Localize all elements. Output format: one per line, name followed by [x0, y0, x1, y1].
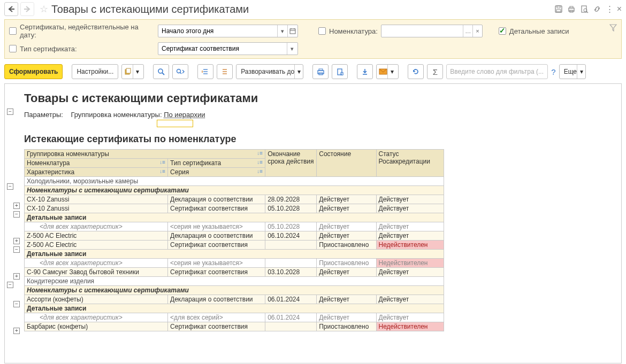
svg-rect-11 — [290, 29, 295, 34]
funnel-icon[interactable] — [609, 24, 617, 32]
date-filter-checkbox[interactable] — [9, 27, 17, 35]
data-row[interactable]: Ассорти (конфеты)Декларация о соответств… — [25, 295, 444, 304]
collapse-marker[interactable]: − — [7, 282, 13, 288]
more-label: Еще — [564, 68, 577, 75]
date-filter-value[interactable] — [158, 27, 277, 35]
report-subtitle: Истекающие сертификаты по номенклатуре — [24, 134, 606, 145]
details-checkbox[interactable] — [499, 27, 506, 35]
detail-row[interactable]: <для всех характеристик><серия не указыв… — [25, 258, 444, 267]
save-report-button[interactable] — [357, 64, 373, 79]
report-params: Параметры: Группировка номенклатуры: По … — [24, 111, 606, 127]
help-icon[interactable]: ? — [551, 67, 555, 76]
group-row[interactable]: Кондитерские изделия — [25, 276, 444, 285]
find-button[interactable] — [153, 64, 169, 79]
preview-icon[interactable] — [580, 5, 589, 13]
svg-line-20 — [180, 73, 182, 74]
filter-text-input[interactable]: Введите слово для фильтра (... — [446, 64, 548, 79]
data-row[interactable]: Барбарис (конфеты)Сертификат соответстви… — [25, 322, 444, 331]
nomen-filter-label: Номенклатура: — [329, 27, 378, 35]
find-next-button[interactable] — [172, 64, 188, 79]
detail-header: Детальные записи — [25, 304, 444, 313]
title-bar: ☆ Товары с истекающими сертификатами ⋮ × — [0, 0, 626, 18]
calendar-icon[interactable] — [287, 25, 297, 37]
cert-type-input[interactable]: ▾ — [158, 42, 298, 55]
details-label: Детальные записи — [509, 27, 569, 35]
page-setup-button[interactable] — [332, 64, 348, 79]
collapse-marker[interactable]: + — [13, 238, 20, 244]
print-button[interactable] — [312, 64, 329, 79]
date-filter-label: Сертификаты, недействительные на дату: — [20, 23, 155, 39]
form-button[interactable]: Сформировать — [4, 64, 63, 79]
detail-row[interactable]: <для всех характеристик><серия не указыв… — [25, 222, 444, 231]
collapse-marker[interactable]: − — [13, 246, 20, 253]
svg-rect-28 — [319, 69, 323, 71]
nomen-filter-value[interactable] — [381, 27, 463, 35]
section-row: Номенклатуры с истекающими сертификатами — [25, 185, 444, 195]
favorite-icon[interactable]: ☆ — [40, 3, 48, 15]
toolbar: Сформировать Настройки... ▾ Разворачиват… — [0, 62, 626, 83]
cert-type-label: Тип сертификата: — [20, 45, 155, 53]
save-icon[interactable] — [554, 5, 563, 13]
collapse-marker[interactable]: + — [13, 328, 20, 334]
svg-rect-16 — [126, 68, 131, 73]
svg-rect-30 — [338, 69, 342, 75]
collapse-marker[interactable]: − — [13, 301, 20, 307]
settings-menu-button[interactable]: ▾ — [121, 64, 144, 79]
report-area: − − + − + − + − − + Товары с истекающими… — [4, 83, 622, 363]
collapse-marker[interactable]: + — [13, 273, 20, 280]
report-title: Товары с истекающими сертификатами — [24, 91, 606, 105]
data-row[interactable]: CX-10 ZanussiДекларация о соответствии28… — [25, 195, 444, 204]
sum-button[interactable]: Σ — [427, 64, 443, 79]
collapse-marker[interactable]: − — [7, 183, 13, 190]
svg-point-19 — [177, 69, 181, 73]
link-icon[interactable] — [593, 5, 601, 13]
filter-panel: Сертификаты, недействительные на дату: ▾… — [4, 19, 622, 59]
filter-placeholder: Введите слово для фильтра (... — [450, 68, 544, 75]
svg-rect-6 — [570, 6, 573, 8]
cert-type-value[interactable] — [158, 45, 287, 52]
nomen-filter-checkbox[interactable] — [318, 27, 326, 35]
data-row[interactable]: Z-500 AC ElectricСертификат соответствия… — [25, 240, 444, 249]
email-button[interactable]: ▾ — [376, 64, 399, 79]
svg-line-18 — [162, 73, 164, 75]
clear-icon[interactable]: × — [472, 25, 482, 37]
nomen-filter-input[interactable]: … × — [381, 25, 483, 37]
expand-all-button[interactable] — [197, 64, 213, 79]
print-icon[interactable] — [567, 5, 576, 13]
more-button[interactable]: Еще ▾ — [559, 64, 586, 79]
collapse-marker[interactable]: − — [13, 211, 20, 218]
report-table: Группировка номенклатуры↓≡ Окончание сро… — [24, 149, 444, 331]
settings-button[interactable]: Настройки... — [72, 64, 118, 79]
cert-type-checkbox[interactable] — [9, 45, 17, 52]
data-row[interactable]: Z-500 AC ElectricДекларация о соответств… — [25, 231, 444, 240]
page-title: Товары с истекающими сертификатами — [51, 3, 554, 16]
close-icon[interactable]: × — [617, 4, 622, 14]
expand-to-label: Разворачивать до — [241, 68, 294, 75]
detail-header: Детальные записи — [25, 213, 444, 222]
forward-button[interactable] — [20, 2, 34, 16]
collapse-marker[interactable]: − — [7, 109, 13, 115]
data-row[interactable]: C-90 Самсунг Завод бытовой техникиСертиф… — [25, 267, 444, 276]
detail-row[interactable]: <для всех характеристик><для всех серий>… — [25, 313, 444, 322]
date-filter-input[interactable]: ▾ — [158, 25, 298, 37]
back-button[interactable] — [4, 2, 18, 16]
data-row[interactable]: CX-10 ZanussiСертификат соответствия05.1… — [25, 204, 444, 213]
detail-header: Детальные записи — [25, 249, 444, 258]
section-row: Номенклатуры с истекающими сертификатами — [25, 285, 444, 295]
ellipsis-icon[interactable]: … — [463, 25, 472, 37]
dropdown-icon[interactable]: ▾ — [287, 43, 297, 55]
group-row[interactable]: Холодильники, морозильные камеры — [25, 176, 444, 185]
expand-to-button[interactable]: Разворачивать до ▾ — [236, 64, 303, 79]
collapse-marker[interactable]: + — [13, 203, 20, 209]
svg-point-17 — [158, 69, 163, 73]
svg-rect-4 — [556, 10, 561, 12]
dropdown-icon[interactable]: ▾ — [277, 25, 287, 37]
collapse-all-button[interactable] — [217, 64, 233, 79]
refresh-button[interactable] — [408, 64, 424, 79]
more-menu-icon[interactable]: ⋮ — [606, 4, 613, 14]
